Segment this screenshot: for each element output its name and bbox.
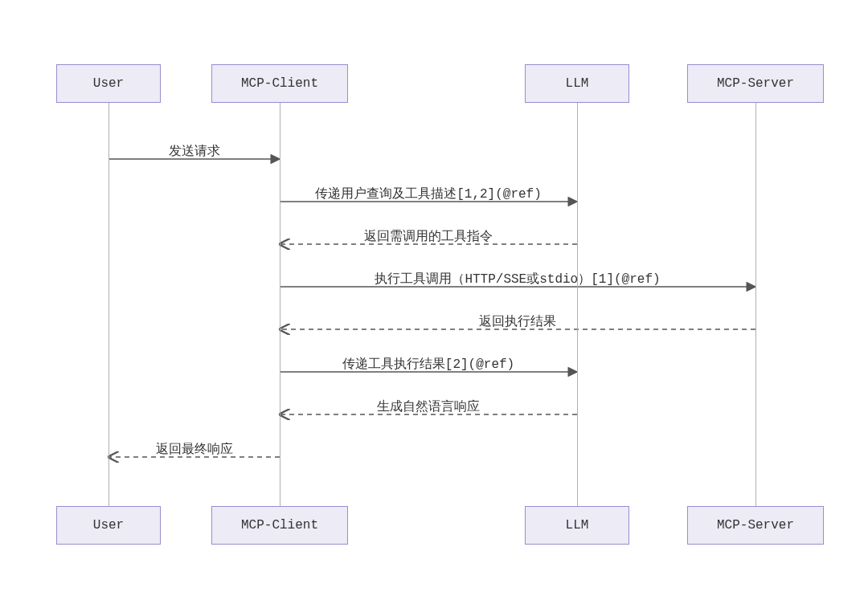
message-label-5: 传递工具执行结果[2](@ref) (342, 356, 514, 373)
lifeline-user (108, 103, 109, 506)
message-label-3: 执行工具调用（HTTP/SSE或stdio）[1](@ref) (375, 271, 660, 288)
participant-client-bottom: MCP-Client (211, 506, 348, 545)
participant-user-top: User (56, 64, 161, 103)
message-label-7: 返回最终响应 (156, 441, 233, 458)
lifeline-llm (577, 103, 578, 506)
lifeline-client (280, 103, 280, 506)
lifeline-server (755, 103, 756, 506)
participant-llm-bottom: LLM (525, 506, 629, 545)
message-label-4: 返回执行结果 (479, 313, 556, 330)
message-label-6: 生成自然语言响应 (377, 398, 480, 415)
message-label-0: 发送请求 (169, 143, 220, 160)
sequence-diagram: UserUserMCP-ClientMCP-ClientLLMLLMMCP-Se… (0, 0, 868, 604)
participant-server-top: MCP-Server (687, 64, 824, 103)
message-label-1: 传递用户查询及工具描述[1,2](@ref) (315, 186, 542, 202)
participant-client-top: MCP-Client (211, 64, 348, 103)
message-label-2: 返回需调用的工具指令 (364, 228, 493, 245)
participant-server-bottom: MCP-Server (687, 506, 824, 545)
participant-llm-top: LLM (525, 64, 629, 103)
participant-user-bottom: User (56, 506, 161, 545)
